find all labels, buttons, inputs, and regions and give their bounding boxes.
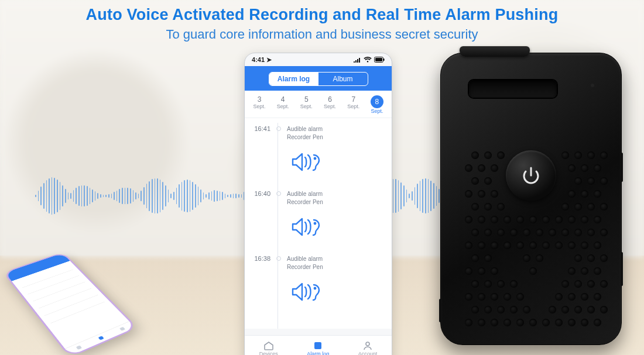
entry-time: 16:41 <box>252 125 270 132</box>
speaker-ear-icon <box>290 279 385 307</box>
entry-text: Audible alarmRecorder Pen <box>287 125 323 141</box>
device-led <box>591 84 594 87</box>
nav-alarm-log[interactable]: Alarm log <box>307 341 329 355</box>
date-item-selected[interactable]: 8Sept. <box>368 95 386 114</box>
speaker-ear-icon <box>290 149 385 177</box>
tab-alarm-log[interactable]: Alarm log <box>269 73 318 85</box>
device-clip <box>460 46 530 57</box>
status-right-icons <box>353 57 385 63</box>
device-side-port <box>621 252 623 286</box>
speaker-ear-icon <box>290 214 385 242</box>
headline: Auto Voice Activated Recording and Real … <box>0 6 644 24</box>
alarm-log-list[interactable]: 16:41 Audible alarmRecorder Pen 16:40 Au… <box>245 118 392 329</box>
entry-time: 16:40 <box>252 190 270 197</box>
power-button[interactable] <box>506 150 556 201</box>
phone-mockup: 4:41 ➤ Alarm log Album 3Sept. 4Sept. 5Se… <box>244 53 392 355</box>
status-time: 4:41 ➤ <box>252 56 272 64</box>
log-entry[interactable]: 16:41 Audible alarmRecorder Pen <box>252 122 385 144</box>
svg-rect-2 <box>383 58 385 61</box>
svg-point-5 <box>314 288 316 289</box>
svg-rect-1 <box>375 58 382 61</box>
date-item[interactable]: 3Sept. <box>251 95 268 114</box>
tab-album[interactable]: Album <box>318 73 368 85</box>
device-side-slot <box>439 299 441 322</box>
app-topbar: Alarm log Album <box>245 66 392 91</box>
log-entry[interactable]: 16:40 Audible alarmRecorder Pen <box>252 187 385 209</box>
svg-point-7 <box>366 342 369 346</box>
device-side-button <box>621 153 623 182</box>
small-phone-mockup <box>32 227 184 344</box>
nav-devices[interactable]: Devices <box>259 341 278 355</box>
signal-icon <box>353 57 361 63</box>
wifi-icon <box>364 57 372 63</box>
date-strip[interactable]: 3Sept. 4Sept. 5Sept. 6Sept. 7Sept. 8Sept… <box>245 91 392 118</box>
status-bar: 4:41 ➤ <box>245 53 392 66</box>
account-icon <box>362 341 373 350</box>
alarm-icon <box>313 341 323 350</box>
recorder-device <box>440 53 622 345</box>
svg-point-3 <box>314 158 316 159</box>
svg-point-4 <box>314 223 316 224</box>
subheadline: To guard core information and business s… <box>0 27 644 42</box>
entry-text: Audible alarmRecorder Pen <box>287 255 323 271</box>
power-icon <box>520 164 542 187</box>
date-item[interactable]: 6Sept. <box>321 95 339 114</box>
battery-icon <box>374 57 385 63</box>
date-item[interactable]: 4Sept. <box>274 95 292 114</box>
log-entry[interactable]: 16:38 Audible alarmRecorder Pen <box>252 251 385 274</box>
home-icon <box>263 341 274 350</box>
svg-rect-6 <box>314 342 321 349</box>
bottom-nav[interactable]: Devices Alarm log Account <box>245 335 392 355</box>
segmented-control[interactable]: Alarm log Album <box>269 72 368 86</box>
nav-account[interactable]: Account <box>358 341 378 355</box>
date-item[interactable]: 7Sept. <box>345 95 362 114</box>
timeline-line <box>278 123 278 329</box>
entry-time: 16:38 <box>252 255 270 262</box>
date-item[interactable]: 5Sept. <box>297 95 315 114</box>
entry-text: Audible alarmRecorder Pen <box>287 190 323 206</box>
device-display-window <box>469 80 557 98</box>
